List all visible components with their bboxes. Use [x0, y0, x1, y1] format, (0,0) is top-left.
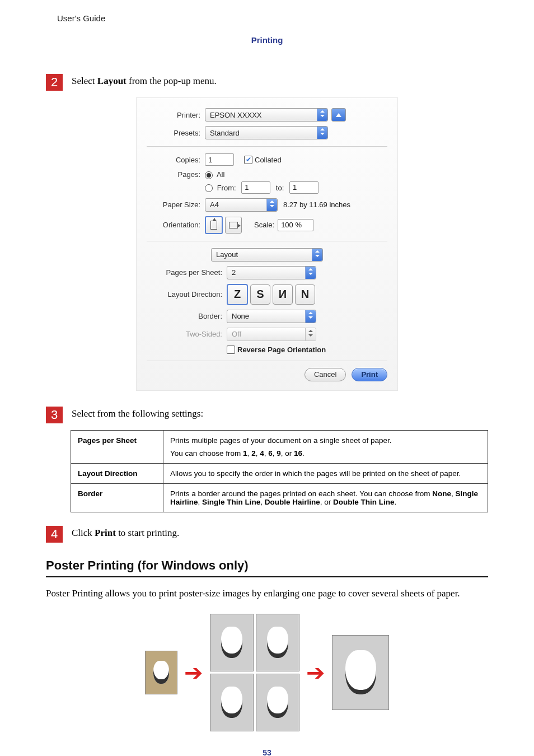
chevron-updown-icon — [317, 109, 327, 121]
settings-table: Pages per Sheet Prints multiple pages of… — [71, 430, 488, 512]
step-badge-3: 3 — [46, 407, 63, 423]
step2-text: Select Layout from the pop-up menu. — [72, 74, 217, 87]
arrow-right-icon: ➔ — [306, 661, 325, 684]
print-dialog: Printer: EPSON XXXXX Presets: Standard C… — [136, 97, 398, 391]
printer-value: EPSON XXXXX — [210, 111, 261, 119]
table-row: Border Prints a border around the pages … — [71, 483, 488, 512]
pps-select[interactable]: 2 — [227, 266, 316, 279]
users-guide-label: User's Guide — [57, 13, 488, 23]
collated-label: Collated — [255, 156, 282, 164]
chevron-updown-icon — [266, 199, 277, 211]
divider — [147, 241, 387, 241]
tile-image — [256, 614, 299, 671]
dialog-section-select[interactable]: Layout — [211, 248, 323, 262]
step4-bold: Print — [95, 528, 116, 538]
cell-border-desc: Prints a border around the pages printed… — [163, 483, 488, 512]
section-title: Printing — [46, 35, 488, 45]
pages-all-label: All — [217, 170, 224, 179]
divider — [147, 361, 387, 361]
layout-dir-4-button[interactable]: N — [295, 284, 315, 305]
npath2-icon: N — [301, 288, 309, 301]
expand-button[interactable] — [331, 108, 346, 122]
tile-image — [210, 674, 254, 731]
reverse-checkbox[interactable]: ✔ — [227, 346, 235, 354]
copies-input[interactable]: 1 — [205, 153, 234, 166]
orientation-portrait-button[interactable] — [205, 216, 223, 234]
pages-to-label: to: — [276, 183, 284, 192]
presets-select[interactable]: Standard — [205, 126, 328, 139]
chevron-updown-icon — [305, 267, 316, 279]
landscape-icon — [229, 222, 238, 228]
border-select[interactable]: None — [227, 310, 316, 323]
two-sided-label: Two-Sided: — [147, 330, 227, 338]
step2-bold: Layout — [97, 76, 127, 86]
dog-icon — [267, 687, 288, 718]
layout-dir-1-button[interactable]: Z — [227, 284, 248, 305]
dog-icon — [221, 687, 242, 718]
orientation-landscape-button[interactable] — [225, 217, 242, 234]
spath-icon: S — [256, 288, 264, 301]
step2-post: from the pop-up menu. — [127, 76, 217, 86]
tiled-image-set — [210, 614, 299, 731]
two-sided-select: Off — [227, 328, 316, 341]
assembled-poster-image — [332, 635, 389, 710]
pages-from-input[interactable]: 1 — [241, 181, 270, 194]
paper-size-select[interactable]: A4 — [205, 198, 278, 212]
printer-label: Printer: — [147, 111, 205, 119]
dog-icon — [221, 627, 242, 658]
cell-ld-header: Layout Direction — [71, 463, 163, 483]
cell-ld-desc: Allows you to specify the order in which… — [163, 463, 488, 483]
chevron-updown-icon — [312, 249, 322, 261]
pps-desc-line1: Prints multiple pages of your document o… — [170, 436, 481, 445]
dog-icon — [345, 650, 376, 694]
border-value: None — [232, 312, 249, 320]
portrait-icon — [210, 221, 217, 230]
step4-pre: Click — [72, 528, 95, 538]
pps-value: 2 — [232, 268, 236, 277]
chevron-updown-icon — [305, 328, 316, 340]
poster-paragraph: Poster Printing allows you to print post… — [46, 587, 488, 600]
pages-all-radio[interactable] — [205, 171, 213, 179]
pps-desc-line2: You can choose from 1, 2, 4, 6, 9, or 16… — [170, 449, 481, 458]
cell-pps-header: Pages per Sheet — [71, 430, 163, 463]
tile-image — [210, 614, 254, 671]
step2-pre: Select — [72, 76, 97, 86]
original-image — [145, 651, 177, 694]
tile-image — [256, 674, 299, 731]
step-badge-2: 2 — [46, 74, 63, 91]
paper-size-value: A4 — [210, 200, 219, 209]
border-label: Border: — [147, 312, 227, 320]
pps-label: Pages per Sheet: — [147, 268, 227, 277]
step3-text: Select from the following settings: — [72, 407, 203, 420]
dialog-section-value: Layout — [216, 250, 238, 259]
scale-label: Scale: — [254, 221, 274, 229]
npath-icon: И — [279, 288, 287, 301]
orientation-label: Orientation: — [147, 221, 205, 229]
presets-label: Presets: — [147, 129, 205, 137]
two-sided-value: Off — [232, 330, 241, 338]
cancel-button[interactable]: Cancel — [305, 368, 346, 381]
dog-icon — [153, 661, 169, 684]
collated-checkbox[interactable]: ✔ — [244, 156, 252, 164]
cell-border-header: Border — [71, 483, 163, 512]
print-button[interactable]: Print — [352, 368, 387, 381]
step-badge-4: 4 — [46, 526, 63, 543]
paper-size-dims: 8.27 by 11.69 inches — [283, 200, 350, 209]
page-number: 53 — [46, 748, 488, 757]
printer-select[interactable]: EPSON XXXXX — [205, 108, 328, 122]
chevron-updown-icon — [317, 127, 327, 139]
table-row: Layout Direction Allows you to specify t… — [71, 463, 488, 483]
reverse-label: Reverse Page Orientation — [237, 346, 326, 354]
triangle-up-icon — [336, 113, 341, 117]
divider — [147, 146, 387, 147]
dog-icon — [267, 627, 288, 658]
layout-dir-3-button[interactable]: И — [273, 284, 293, 305]
scale-input[interactable]: 100 % — [278, 219, 313, 231]
paper-size-label: Paper Size: — [147, 200, 205, 209]
pages-to-input[interactable]: 1 — [289, 181, 318, 194]
pages-from-radio[interactable] — [205, 184, 213, 192]
layout-direction-label: Layout Direction: — [147, 290, 227, 298]
pages-label: Pages: — [147, 170, 205, 179]
layout-dir-2-button[interactable]: S — [250, 284, 270, 305]
zpath-icon: Z — [234, 288, 241, 301]
